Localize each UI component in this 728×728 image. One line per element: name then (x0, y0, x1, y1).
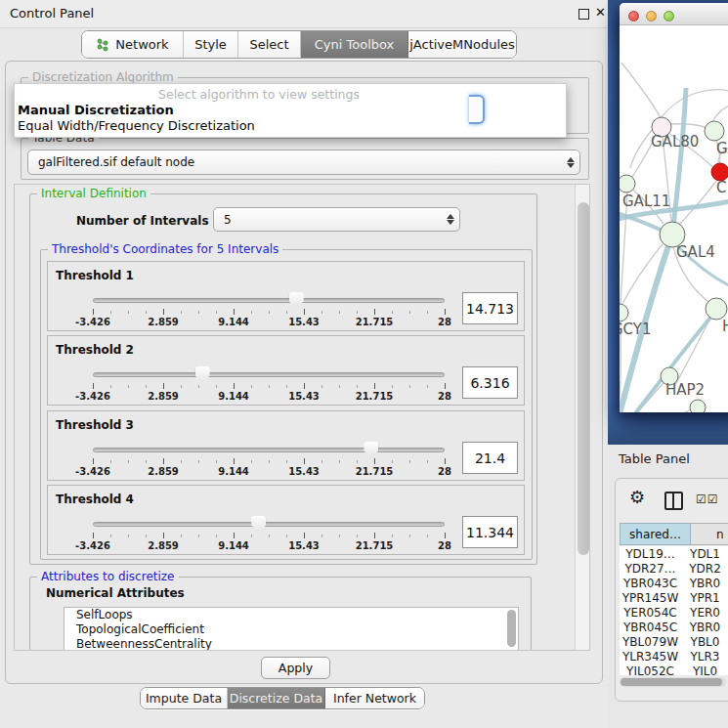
minor-tick (392, 460, 393, 463)
threshold-4-slider[interactable]: -3.4262.8599.14415.4321.71528 (93, 515, 445, 554)
attribute-list-item[interactable]: TopologicalCoefficient (64, 622, 518, 637)
main-scrollbar-thumb[interactable] (578, 202, 589, 555)
network-window: GAL80GACGAL11GAL4GCY1HHAP2 (620, 3, 728, 412)
table-hscrollbar-thumb[interactable] (621, 678, 722, 686)
major-tick (304, 533, 305, 538)
algorithm-option-manual[interactable]: Manual Discretization (18, 103, 174, 117)
minor-tick (409, 535, 410, 537)
threshold-2-slider[interactable]: -3.4262.8599.14415.4321.71528 (93, 365, 445, 405)
node-GA[interactable] (705, 121, 724, 141)
threshold-3-value[interactable]: 21.4 (462, 442, 518, 474)
algorithm-combo-focus-ring[interactable] (469, 95, 485, 124)
cell-name: YPR1 (681, 591, 728, 605)
cell-shared-name: YDR27… (620, 562, 681, 576)
slider-track[interactable] (93, 448, 445, 452)
apply-button[interactable]: Apply (261, 657, 330, 679)
right-panel: GAL80GACGAL11GAL4GCY1HHAP2 Table Panel ⚙… (608, 0, 728, 728)
table-row[interactable]: YDR27…YDR2 (620, 561, 728, 576)
minor-tick (181, 460, 182, 463)
slider-track[interactable] (93, 372, 445, 377)
table-row[interactable]: YBR043CYBR0 (620, 576, 728, 590)
major-tick (93, 533, 94, 538)
interval-definition-title: Interval Definition (37, 187, 150, 200)
table-data-combo[interactable]: galFiltered.sif default node (27, 150, 580, 175)
close-traffic-light-icon[interactable] (628, 11, 639, 21)
slider-track[interactable] (93, 522, 445, 527)
minor-tick (110, 535, 111, 537)
num-intervals-combo[interactable]: 5 (213, 207, 460, 232)
table-row[interactable]: YBL079WYBL0 (620, 634, 728, 649)
algorithm-option-equal-width[interactable]: Equal Width/Frequency Discretization (18, 118, 255, 133)
slider-thumb[interactable] (364, 442, 378, 458)
column-header-name[interactable]: n (691, 523, 728, 545)
node-label-GA: GA (716, 140, 728, 157)
float-window-icon[interactable] (578, 9, 589, 20)
slider-thumb[interactable] (195, 366, 210, 383)
main-scrollbar-track[interactable] (575, 185, 590, 651)
tab-discretize-data[interactable]: Discretize Data (228, 688, 325, 708)
attributes-list-scrollbar[interactable] (507, 610, 516, 647)
panel-title: Control Panel (10, 6, 94, 21)
slider-thumb[interactable] (289, 292, 304, 309)
tab-select[interactable]: Select (238, 31, 301, 58)
table-row[interactable]: YPR145WYPR1 (620, 590, 728, 605)
node-GCY1[interactable] (620, 304, 628, 321)
minor-tick (198, 460, 199, 463)
tab-network[interactable]: Network (82, 31, 184, 58)
threshold-row-4: Threshold 4 -3.4262.8599.14415.4321.7152… (47, 485, 525, 555)
threshold-2-value[interactable]: 6.316 (462, 366, 518, 399)
table-rows: YDL19…YDL1YDR27…YDR2YBR043CYBR0YPR145WYP… (620, 546, 728, 675)
minor-tick (392, 311, 393, 314)
checkbox-icons[interactable]: ☑☑ (696, 492, 719, 506)
minor-tick (128, 385, 129, 388)
node-H[interactable] (706, 298, 727, 320)
network-window-titlebar[interactable] (620, 3, 728, 25)
zoom-traffic-light-icon[interactable] (664, 11, 674, 21)
threshold-1-value[interactable]: 14.713 (462, 292, 518, 324)
tick-label: 2.859 (139, 391, 188, 402)
minor-tick (392, 535, 393, 537)
table-row[interactable]: YIL052CYIL0 (620, 664, 728, 675)
node-GAL11[interactable] (620, 175, 635, 193)
cell-shared-name: YER054C (620, 606, 681, 620)
gear-icon[interactable]: ⚙ (629, 489, 645, 506)
minimize-traffic-light-icon[interactable] (646, 11, 657, 21)
minor-tick (427, 311, 428, 314)
column-header-shared[interactable]: shared… (620, 523, 691, 545)
tab-cyni-toolbox[interactable]: Cyni Toolbox (301, 31, 408, 58)
table-hscrollbar[interactable] (620, 677, 726, 687)
cell-shared-name: YBR043C (620, 577, 681, 590)
table-row[interactable]: YDL19…YDL1 (620, 546, 728, 561)
tab-style[interactable]: Style (184, 31, 238, 58)
minor-tick (392, 385, 393, 388)
numerical-attributes-list[interactable]: SelfLoopsTopologicalCoefficientBetweenne… (64, 607, 519, 651)
node-label-H: H (722, 318, 728, 335)
threshold-4-value[interactable]: 11.344 (462, 516, 518, 548)
table-row[interactable]: YLR345WYLR3 (620, 649, 728, 664)
major-tick (445, 458, 446, 464)
table-row[interactable]: YBR045CYBR0 (620, 620, 728, 634)
major-tick (234, 309, 235, 315)
minor-tick (216, 385, 217, 388)
slider-thumb[interactable] (251, 516, 266, 533)
tab-impute-data[interactable]: Impute Data (141, 688, 228, 708)
table-row[interactable]: YER054CYER0 (620, 605, 728, 620)
threshold-3-slider[interactable]: -3.4262.8599.14415.4321.71528 (93, 441, 445, 480)
slider-track[interactable] (93, 298, 445, 303)
close-icon[interactable]: ✕ (595, 5, 606, 20)
minor-tick (286, 311, 287, 314)
attribute-list-item[interactable]: SelfLoops (64, 608, 518, 622)
network-canvas[interactable]: GAL80GACGAL11GAL4GCY1HHAP2 (620, 25, 728, 412)
tab-infer-network[interactable]: Infer Network (325, 688, 424, 708)
attribute-list-item[interactable]: BetweennessCentrality (64, 637, 518, 651)
minor-tick (321, 460, 322, 463)
split-columns-icon[interactable] (664, 492, 683, 510)
minor-tick (427, 535, 428, 537)
tick-label: 15.43 (279, 317, 328, 327)
major-tick (374, 458, 375, 464)
threshold-1-slider[interactable]: -3.4262.8599.14415.4321.71528 (93, 291, 445, 330)
tab-jactivemnodules[interactable]: jActiveMNodules (408, 31, 516, 58)
minor-tick (286, 460, 287, 463)
node-unlabeled[interactable] (690, 400, 706, 412)
tick-label: 2.859 (139, 317, 188, 327)
